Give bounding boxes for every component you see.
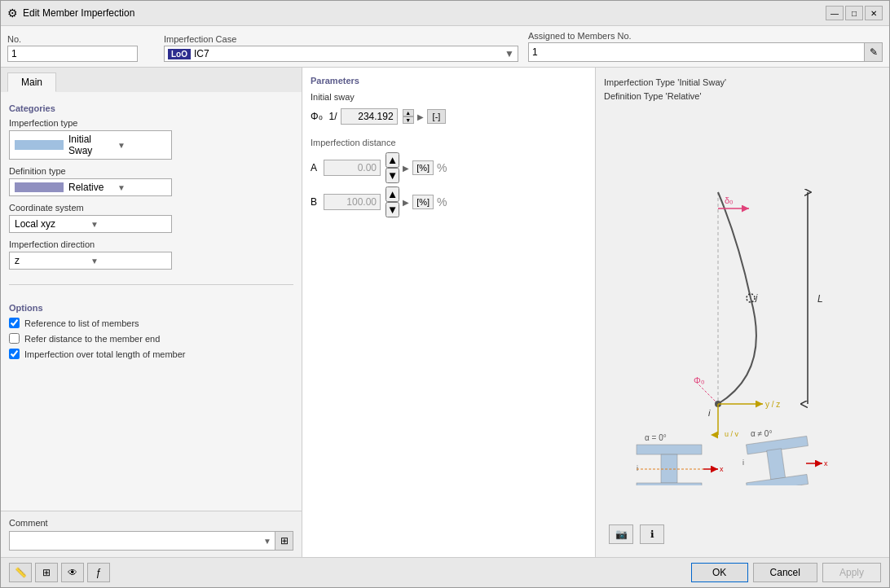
arrow-right-icon: ▶ (417, 112, 424, 121)
dist-row-a: A ▲ ▼ ▶ [%] % (311, 152, 587, 183)
cb3-checkbox[interactable] (9, 349, 20, 359)
dist-a-spin-down[interactable]: ▼ (386, 168, 399, 183)
phi-spin-down[interactable]: ▼ (403, 116, 414, 124)
bottom-icons: 📏 ⊞ 👁 ƒ (9, 563, 110, 582)
dash-button[interactable]: [-] (427, 109, 447, 124)
dist-b-spin-down[interactable]: ▼ (386, 202, 399, 217)
diagram-icon-1[interactable]: 📷 (609, 524, 633, 544)
cb2-label: Refer distance to the member end (24, 334, 160, 344)
window-title: Edit Member Imperfection (23, 7, 821, 19)
diagram-svg: L δ₀ j Φ₀ i (612, 143, 873, 485)
diagram-area: L δ₀ j Φ₀ i (604, 109, 881, 520)
coord-select[interactable]: Local xyz ▼ (9, 215, 172, 233)
right-panel: Imperfection Type 'Initial Sway' Definit… (596, 68, 889, 557)
dist-b-spinner: ▲ ▼ (386, 186, 399, 217)
cb2-checkbox[interactable] (9, 333, 20, 344)
comment-edit-icon: ⊞ (280, 535, 289, 546)
diagram-type-label: Imperfection Type 'Initial Sway' (604, 77, 726, 87)
checkbox-row-3: Imperfection over total length of member (9, 349, 293, 359)
minimize-button[interactable]: — (826, 6, 844, 20)
dist-row-b: B ▲ ▼ ▶ [%] % (311, 186, 587, 217)
assigned-label: Assigned to Members No. (528, 31, 883, 41)
svg-text:x: x (720, 465, 724, 473)
svg-text:Φ₀: Φ₀ (694, 375, 705, 385)
separator-1 (9, 284, 293, 285)
def-type-select[interactable]: Relative ▼ (9, 178, 172, 196)
svg-line-8 (698, 384, 718, 404)
imp-type-select[interactable]: Initial Sway ▼ (9, 130, 172, 160)
phi-value-input[interactable] (341, 108, 398, 125)
comment-field: ▼ ⊞ (9, 531, 293, 551)
def-type-label: Definition type (9, 166, 293, 176)
imp-case-select[interactable]: LoO IC7 ▼ (164, 46, 518, 62)
svg-text:L: L (817, 293, 823, 305)
assigned-field-group: Assigned to Members No. ✎ (528, 31, 883, 62)
imp-dir-value: z (15, 255, 90, 266)
dist-a-input[interactable] (324, 160, 381, 176)
cb3-label: Imperfection over total length of member (24, 349, 185, 359)
left-panel: Main Categories Imperfection type Initia… (1, 68, 302, 557)
imp-type-arrow-icon: ▼ (117, 141, 166, 150)
diagram-label: Imperfection Type 'Initial Sway' Definit… (604, 76, 881, 103)
svg-text:u / v: u / v (725, 430, 739, 438)
dist-b-spin-up[interactable]: ▲ (386, 186, 399, 202)
def-type-row: Definition type Relative ▼ (9, 166, 293, 196)
title-bar: ⚙ Edit Member Imperfection — □ ✕ (1, 1, 889, 26)
coord-arrow-icon: ▼ (90, 220, 166, 229)
diagram-icon-2[interactable]: ℹ (640, 524, 664, 544)
cb1-checkbox[interactable] (9, 318, 20, 328)
svg-text:δ₀: δ₀ (725, 195, 734, 205)
def-type-arrow-icon: ▼ (117, 183, 166, 192)
formula-icon: ƒ (96, 567, 102, 578)
assigned-field: ✎ (528, 42, 883, 62)
eye-icon: 👁 (68, 567, 77, 578)
imp-case-label: Imperfection Case (164, 34, 518, 44)
dist-a-spin-up[interactable]: ▲ (386, 152, 399, 168)
diagram-def-label: Definition Type 'Relative' (604, 91, 702, 101)
dist-a-spinner: ▲ ▼ (386, 152, 399, 183)
def-type-color-dot (15, 182, 64, 192)
window-icon: ⚙ (7, 7, 18, 20)
imp-type-value: Initial Sway (68, 134, 117, 156)
toolbar-icon-4[interactable]: ƒ (87, 563, 110, 582)
options-label: Options (9, 303, 293, 313)
assigned-edit-button[interactable]: ✎ (864, 43, 882, 61)
imp-dir-select[interactable]: z ▼ (9, 252, 172, 270)
comment-section: Comment ▼ ⊞ (1, 511, 302, 557)
comment-dropdown-arrow[interactable]: ▼ (260, 537, 275, 546)
imp-case-field-group: Imperfection Case LoO IC7 ▼ (164, 34, 518, 62)
no-field-group: No. (7, 34, 154, 62)
tab-main[interactable]: Main (7, 72, 56, 92)
ok-button[interactable]: OK (691, 563, 748, 582)
cancel-button[interactable]: Cancel (753, 563, 817, 582)
comment-input[interactable] (10, 533, 260, 548)
checkbox-row-2: Refer distance to the member end (9, 333, 293, 344)
no-input[interactable] (7, 46, 138, 62)
loo-badge: LoO (168, 49, 191, 59)
svg-rect-18 (637, 483, 702, 485)
svg-text:α = 0°: α = 0° (645, 433, 667, 442)
title-bar-controls: — □ ✕ (826, 6, 883, 20)
toolbar-icon-3[interactable]: 👁 (61, 563, 84, 582)
svg-text:x: x (824, 459, 828, 467)
def-type-value: Relative (68, 182, 117, 193)
close-button[interactable]: ✕ (865, 6, 883, 20)
dist-a-arrow-icon: ▶ (403, 164, 409, 173)
dist-b-input[interactable] (324, 194, 381, 210)
assigned-input[interactable] (529, 45, 864, 59)
phi-spin-up[interactable]: ▲ (403, 109, 414, 116)
svg-rect-27 (767, 449, 786, 480)
maximize-button[interactable]: □ (845, 6, 863, 20)
comment-edit-button[interactable]: ⊞ (275, 532, 293, 550)
imp-case-value: IC7 (194, 48, 504, 59)
edit-icon: ✎ (870, 46, 878, 58)
toolbar-icon-1[interactable]: 📏 (9, 563, 32, 582)
dist-b-unit: [%] (412, 195, 434, 209)
apply-button[interactable]: Apply (822, 563, 881, 582)
svg-text:y / z: y / z (765, 400, 780, 409)
parameters-label: Parameters (311, 76, 587, 86)
comment-label: Comment (9, 518, 293, 528)
options-section: Options Reference to list of members Ref… (9, 300, 293, 364)
main-window: ⚙ Edit Member Imperfection — □ ✕ No. Imp… (0, 0, 890, 588)
toolbar-icon-2[interactable]: ⊞ (35, 563, 58, 582)
